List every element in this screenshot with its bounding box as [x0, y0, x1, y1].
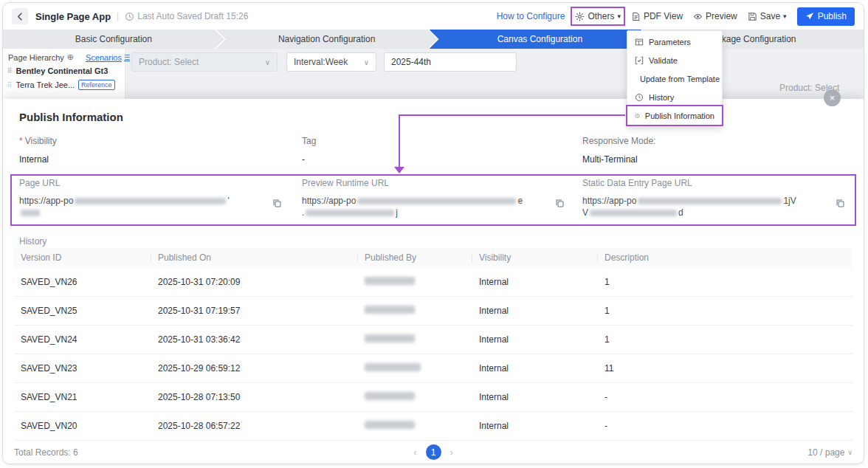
menu-item-publish-information[interactable]: Publish Information [627, 106, 722, 125]
tag-field: Tag - [302, 136, 316, 165]
tab-navigation-configuration[interactable]: Navigation Configuration [216, 30, 438, 49]
visibility-value: Internal [19, 154, 57, 165]
publish-button[interactable]: Publish [797, 7, 855, 26]
preview-button[interactable]: Preview [693, 11, 737, 21]
published-by-redacted [358, 363, 472, 374]
page-hierarchy-sidebar: Page Hierarchy ⊕ Scenarios ☰ ⠿ Bentley C… [3, 49, 125, 99]
preview-runtime-url-value: https://app-poe [302, 195, 565, 207]
save-icon [748, 12, 757, 21]
reference-badge: Reference [78, 80, 115, 90]
others-button[interactable]: Others ▾ [575, 11, 621, 21]
interval-select[interactable]: Interval:Week ∨ [286, 52, 376, 72]
table-row[interactable]: SAVED_VN26 2025-10-31 07:20:09 Internal … [14, 268, 852, 297]
tab-basic-configuration[interactable]: Basic Configuration [3, 30, 224, 49]
save-button[interactable]: Save ▾ [748, 11, 787, 21]
prev-page-icon[interactable]: ‹ [413, 447, 416, 458]
menu-item-validate[interactable]: Validate [627, 51, 722, 69]
arrow-left-icon [16, 12, 25, 21]
page-number[interactable]: 1 [426, 444, 441, 460]
week-input[interactable]: 2025-44th [384, 52, 517, 72]
others-dropdown-menu: Parameters Validate Update from Template… [627, 30, 723, 127]
list-icon: ☰ [124, 54, 130, 61]
col-version-id: Version ID [14, 253, 151, 263]
visibility-label: *Visibility [19, 136, 57, 146]
table-header: Version ID Published On Published By Vis… [14, 248, 852, 268]
close-button[interactable]: × [824, 89, 841, 106]
table-row[interactable]: SAVED_VN23 2025-10-29 06:59:12 Internal … [14, 354, 852, 383]
tab-canvas-configuration[interactable]: Canvas Configuration [430, 30, 651, 49]
document-icon [631, 12, 641, 21]
redacted-text [638, 198, 782, 204]
back-button[interactable] [12, 8, 28, 24]
tree-item-terra-trek[interactable]: ⠿ Terra Trek Jee... Reference [3, 78, 125, 92]
panel-title: Publish Information [19, 111, 123, 123]
chevron-down-icon: ▾ [617, 13, 621, 20]
send-icon [805, 12, 814, 21]
validate-icon [635, 56, 644, 65]
page-hierarchy-label: Page Hierarchy [8, 53, 64, 62]
preview-runtime-url-label: Preview Runtime URL [302, 178, 565, 188]
add-page-icon[interactable]: ⊕ [67, 52, 74, 62]
eye-icon [693, 12, 703, 21]
menu-item-parameters[interactable]: Parameters [627, 32, 722, 51]
published-by-redacted [358, 334, 472, 345]
static-data-entry-url-block: Static Data Entry Page URL https://app-p… [582, 178, 845, 218]
pagination: ‹ 1 › [3, 444, 864, 460]
sidebar-header: Page Hierarchy ⊕ Scenarios ☰ [3, 49, 125, 64]
chevron-down-icon: ∨ [364, 58, 369, 66]
responsive-mode-value: Multi-Terminal [582, 154, 655, 165]
col-description: Description [598, 253, 852, 263]
pdf-view-button[interactable]: PDF View [631, 11, 683, 21]
tag-value: - [302, 154, 316, 165]
responsive-mode-label: Responsive Mode: [582, 136, 655, 146]
chevron-down-icon: ▾ [783, 13, 787, 20]
page-url-label: Page URL [19, 178, 282, 188]
visibility-field: *Visibility Internal [19, 136, 57, 165]
col-visibility: Visibility [472, 253, 598, 263]
responsive-mode-field: Responsive Mode: Multi-Terminal [582, 136, 655, 165]
col-published-by: Published By [358, 253, 472, 263]
table-row[interactable]: SAVED_VN21 2025-10-28 07:13:50 Internal … [14, 383, 852, 412]
tree-item-bentley[interactable]: ⠿ Bentley Continental Gt3 [3, 64, 125, 78]
static-data-entry-url-value: https://app-po1jV [582, 195, 845, 207]
config-tabs: Basic Configuration Navigation Configura… [3, 30, 864, 49]
scenarios-tab[interactable]: Scenarios ☰ [86, 53, 130, 62]
header: Single Page App | Last Auto Saved Draft … [3, 3, 864, 30]
header-toolbar: How to Configure Others ▾ PDF View Previ… [497, 7, 855, 26]
drag-handle-icon[interactable]: ⠿ [7, 81, 13, 89]
redacted-text [21, 210, 40, 216]
page-url-block: Page URL https://app-po' [19, 178, 282, 218]
how-to-configure-link[interactable]: How to Configure [497, 11, 565, 21]
page-url-value: https://app-po' [19, 195, 282, 207]
product-select[interactable]: Product: Select ∨ [131, 52, 278, 72]
history-icon [635, 93, 644, 102]
menu-item-update-from-template[interactable]: Update from Template [627, 69, 722, 88]
history-section-label: History [19, 236, 46, 247]
menu-item-history[interactable]: History [627, 88, 722, 106]
chevron-down-icon: ∨ [265, 58, 270, 66]
copy-url-icon[interactable] [555, 199, 565, 208]
drag-handle-icon[interactable]: ⠿ [7, 67, 13, 75]
tag-label: Tag [302, 136, 316, 146]
published-by-redacted [358, 421, 472, 431]
table-row[interactable]: SAVED_VN24 2025-10-31 03:36:42 Internal … [14, 326, 852, 354]
redacted-text [590, 210, 677, 216]
redacted-text [75, 198, 226, 204]
clock-icon [125, 12, 134, 21]
table-row[interactable]: SAVED_VN25 2025-10-31 07:19:57 Internal … [14, 297, 852, 326]
required-mark: * [19, 136, 23, 146]
publish-information-panel: Publish Information *Visibility Internal… [3, 99, 864, 464]
redacted-text [357, 198, 516, 204]
redacted-text [306, 210, 394, 216]
next-page-icon[interactable]: › [450, 447, 453, 458]
copy-url-icon[interactable] [836, 199, 845, 208]
table-row[interactable]: SAVED_VN20 2025-10-28 06:57:22 Internal … [14, 412, 852, 441]
app-window: Single Page App | Last Auto Saved Draft … [2, 2, 864, 464]
preview-runtime-url-block: Preview Runtime URL https://app-poe .j [302, 178, 565, 218]
copy-url-icon[interactable] [272, 199, 282, 208]
app-title: Single Page App [35, 11, 111, 22]
parameters-icon [635, 38, 644, 47]
info-icon [635, 111, 640, 120]
autosave-text: Last Auto Saved Draft 15:26 [137, 11, 248, 21]
published-by-redacted [358, 306, 472, 316]
